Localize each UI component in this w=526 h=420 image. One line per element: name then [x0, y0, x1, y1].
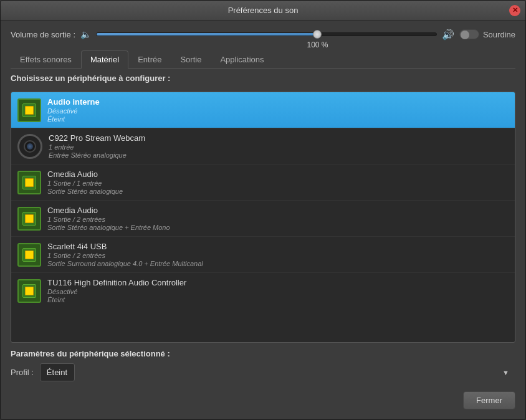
mute-label: Sourdine	[483, 30, 515, 39]
device-sub2-tu116: Éteint	[47, 296, 509, 303]
profil-row: Profil : Éteint	[11, 363, 515, 381]
tab-sortie[interactable]: Sortie	[171, 50, 211, 68]
device-item-webcam[interactable]: C922 Pro Stream Webcam 1 entrée Entrée S…	[11, 128, 515, 165]
device-name-audio-interne: Audio interne	[47, 97, 509, 107]
tab-applications[interactable]: Applications	[211, 50, 273, 68]
device-info-tu116: TU116 High Definition Audio Controller D…	[47, 278, 509, 303]
device-item-tu116[interactable]: TU116 High Definition Audio Controller D…	[11, 273, 515, 308]
tab-effets-sonores[interactable]: Effets sonores	[11, 50, 81, 68]
chip-icon-tu116	[17, 279, 41, 303]
webcam-icon	[17, 134, 42, 159]
device-list: Audio interne Désactivé Éteint C922 Pro …	[11, 92, 515, 343]
volume-slider-container: 100 %	[96, 28, 437, 41]
main-panel: Choisissez un périphérique à configurer …	[11, 74, 515, 381]
device-info-webcam: C922 Pro Stream Webcam 1 entrée Entrée S…	[49, 133, 509, 159]
volume-slider-thumb[interactable]	[313, 30, 322, 39]
mute-area: Sourdine	[459, 29, 515, 39]
params-section: Paramètres du périphérique sélectionné :…	[11, 349, 515, 381]
device-sub1-webcam: 1 entrée	[49, 143, 509, 151]
device-item-cmedia2[interactable]: Cmedia Audio 1 Sortie / 2 entrées Sortie…	[11, 201, 515, 237]
device-sub2-scarlett: Sortie Surround analogique 4.0 + Entrée …	[47, 260, 509, 267]
device-info-audio-interne: Audio interne Désactivé Éteint	[47, 97, 509, 123]
device-name-scarlett: Scarlett 4i4 USB	[47, 242, 509, 251]
close-icon: ✕	[512, 6, 518, 14]
device-sub2-audio-interne: Éteint	[47, 115, 509, 123]
bottom-bar: Fermer	[11, 386, 515, 412]
device-sub1-cmedia1: 1 Sortie / 1 entrée	[47, 179, 509, 187]
tab-materiel[interactable]: Matériel	[81, 50, 128, 69]
mute-toggle[interactable]	[459, 29, 479, 39]
device-sub2-cmedia1: Sortie Stéréo analogique	[47, 188, 509, 195]
device-sub2-cmedia2: Sortie Stéréo analogique + Entrée Mono	[47, 224, 509, 231]
chip-icon-audio-interne	[17, 98, 41, 122]
device-name-cmedia1: Cmedia Audio	[47, 169, 509, 179]
params-label: Paramètres du périphérique sélectionné :	[11, 349, 515, 358]
volume-low-icon: 🔈	[80, 29, 91, 39]
chip-icon-cmedia1	[17, 171, 41, 194]
close-window-button[interactable]: ✕	[509, 5, 520, 16]
device-sub1-audio-interne: Désactivé	[47, 107, 509, 115]
chip-icon-scarlett	[17, 243, 41, 267]
device-info-scarlett: Scarlett 4i4 USB 1 Sortie / 2 entrées So…	[47, 242, 509, 267]
device-name-webcam: C922 Pro Stream Webcam	[49, 133, 509, 143]
window-title: Préférences du son	[228, 6, 299, 15]
volume-row: Volume de sortie : 🔈 100 % 🔊 Sourdine	[11, 28, 515, 41]
device-item-cmedia1[interactable]: Cmedia Audio 1 Sortie / 1 entrée Sortie …	[11, 165, 515, 201]
titlebar: Préférences du son ✕	[1, 1, 525, 21]
device-item-scarlett[interactable]: Scarlett 4i4 USB 1 Sortie / 2 entrées So…	[11, 237, 515, 273]
volume-slider-fill	[97, 33, 317, 36]
tabs-row: Effets sonores Matériel Entrée Sortie Ap…	[11, 50, 515, 69]
device-info-cmedia1: Cmedia Audio 1 Sortie / 1 entrée Sortie …	[47, 169, 509, 195]
profil-select[interactable]: Éteint	[40, 363, 75, 381]
preferences-window: Préférences du son ✕ Volume de sortie : …	[0, 0, 526, 420]
volume-slider-track[interactable]	[96, 32, 437, 36]
device-sub2-webcam: Entrée Stéréo analogique	[49, 151, 509, 159]
device-item-audio-interne[interactable]: Audio interne Désactivé Éteint	[11, 92, 515, 128]
device-info-cmedia2: Cmedia Audio 1 Sortie / 2 entrées Sortie…	[47, 206, 509, 231]
tab-entree[interactable]: Entrée	[128, 50, 171, 68]
content-area: Volume de sortie : 🔈 100 % 🔊 Sourdine Ef…	[1, 21, 525, 419]
volume-percent: 100 %	[307, 41, 328, 49]
chip-icon-cmedia2	[17, 207, 41, 231]
volume-label: Volume de sortie :	[11, 30, 75, 39]
device-name-tu116: TU116 High Definition Audio Controller	[47, 278, 509, 287]
profil-label: Profil :	[11, 368, 34, 377]
device-sub1-scarlett: 1 Sortie / 2 entrées	[47, 252, 509, 259]
profil-select-wrapper: Éteint	[40, 363, 515, 381]
device-sub1-tu116: Désactivé	[47, 288, 509, 295]
device-name-cmedia2: Cmedia Audio	[47, 206, 509, 215]
volume-high-icon: 🔊	[442, 29, 454, 41]
fermer-button[interactable]: Fermer	[463, 391, 515, 409]
mute-toggle-knob	[461, 31, 469, 39]
device-section-label: Choisissez un périphérique à configurer …	[11, 74, 515, 83]
device-sub1-cmedia2: 1 Sortie / 2 entrées	[47, 216, 509, 223]
